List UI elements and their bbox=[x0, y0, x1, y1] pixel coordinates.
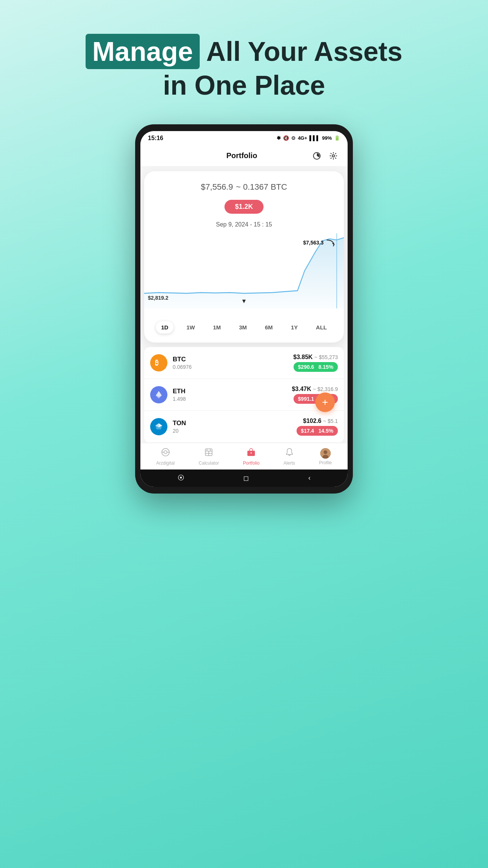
phone-outer: 15:16 ✱ 🔇 ⊙ 4G+ ▌▌▌ 99% 🔋 Portfolio bbox=[135, 124, 353, 494]
headline-highlight: Manage bbox=[86, 34, 200, 69]
signal-bars: ▌▌▌ bbox=[309, 135, 320, 141]
portfolio-label: Portfolio bbox=[243, 460, 259, 466]
time-btn-3m[interactable]: 3M bbox=[234, 321, 252, 334]
portfolio-date: Sep 9, 2024 - 15 : 15 bbox=[152, 221, 336, 228]
android-back[interactable]: ‹ bbox=[308, 474, 310, 482]
chart-area: $7,563.3 bbox=[144, 233, 344, 316]
profile-label: Profile bbox=[319, 460, 332, 465]
ton-info: TON 20 bbox=[173, 420, 291, 434]
portfolio-amount: $7,556.9 bbox=[201, 182, 233, 192]
bluetooth-icon: ✱ bbox=[277, 135, 281, 141]
fab-add-button[interactable]: + bbox=[315, 392, 335, 412]
time-btn-1m[interactable]: 1M bbox=[208, 321, 226, 334]
headline: Manage All Your Assets in One Place bbox=[86, 34, 402, 102]
navbar-title: Portfolio bbox=[172, 151, 312, 160]
svg-point-22 bbox=[324, 450, 327, 454]
calculator-icon bbox=[204, 448, 213, 459]
svg-point-10 bbox=[164, 451, 167, 454]
chart-icon[interactable] bbox=[312, 151, 322, 161]
android-menu[interactable]: ⦿ bbox=[178, 474, 184, 482]
fab-icon: + bbox=[322, 396, 328, 408]
asset-item-btc[interactable]: ₿ BTC 0.06976 $3.85K ~ $55,273 $290.6 8.… bbox=[144, 347, 344, 379]
arzdigital-label: Arzdigital bbox=[156, 460, 175, 466]
nav-portfolio[interactable]: Portfolio bbox=[243, 448, 259, 466]
headline-rest: All Your Assets bbox=[200, 36, 402, 66]
ton-values: $102.6 ~ $5.1 $17.4 14.5% bbox=[297, 418, 338, 436]
status-right: ✱ 🔇 ⊙ 4G+ ▌▌▌ 99% 🔋 bbox=[277, 135, 340, 141]
asset-item-eth[interactable]: ETH 1.498 $3.47K ~ $2,316.9 $991.1 22.2% bbox=[144, 379, 344, 411]
signal-text: 4G+ bbox=[298, 135, 307, 141]
bottom-nav: Arzdigital Calculator bbox=[140, 443, 348, 469]
portfolio-card: $7,556.9 ~ 0.1367 BTC $1.2K Sep 9, 2024 … bbox=[144, 171, 344, 343]
phone-screen: 15:16 ✱ 🔇 ⊙ 4G+ ▌▌▌ 99% 🔋 Portfolio bbox=[140, 131, 348, 487]
asset-item-ton[interactable]: TON 20 $102.6 ~ $5.1 $17.4 14.5% bbox=[144, 411, 344, 443]
svg-point-1 bbox=[332, 155, 334, 157]
ton-amount: 20 bbox=[173, 428, 291, 434]
time-selector: 1D 1W 1M 3M 6M 1Y ALL bbox=[152, 316, 336, 335]
alerts-label: Alerts bbox=[283, 460, 295, 466]
chart-tooltip: $7,563.3 bbox=[303, 237, 337, 248]
ton-name: TON bbox=[173, 420, 291, 427]
battery-icon: 🔋 bbox=[334, 135, 340, 141]
time-btn-6m[interactable]: 6M bbox=[260, 321, 278, 334]
portfolio-btc: ~ 0.1367 BTC bbox=[236, 182, 287, 192]
time-btn-1d[interactable]: 1D bbox=[156, 321, 173, 334]
time-btn-1y[interactable]: 1Y bbox=[286, 321, 303, 334]
status-bar: 15:16 ✱ 🔇 ⊙ 4G+ ▌▌▌ 99% 🔋 bbox=[140, 131, 348, 145]
eth-logo bbox=[150, 386, 167, 403]
phone-mockup: 15:16 ✱ 🔇 ⊙ 4G+ ▌▌▌ 99% 🔋 Portfolio bbox=[135, 124, 353, 494]
btc-change: $290.6 8.15% bbox=[294, 362, 338, 372]
nav-alerts[interactable]: Alerts bbox=[283, 448, 295, 466]
ton-price: $102.6 ~ $5.1 bbox=[297, 418, 338, 424]
battery-pct: 99% bbox=[322, 135, 332, 141]
eth-name: ETH bbox=[173, 388, 286, 395]
ton-logo bbox=[150, 418, 167, 435]
alerts-icon bbox=[285, 448, 294, 459]
eth-price: $3.47K ~ $2,316.9 bbox=[292, 386, 338, 392]
android-home[interactable]: ◻ bbox=[243, 474, 249, 482]
settings-icon[interactable] bbox=[328, 151, 339, 161]
portfolio-badge: $1.2K bbox=[224, 200, 264, 214]
status-time: 15:16 bbox=[148, 135, 163, 142]
nav-calculator[interactable]: Calculator bbox=[199, 448, 219, 466]
navbar-icons bbox=[312, 151, 339, 161]
arzdigital-icon bbox=[161, 448, 170, 459]
chart-caret: ▼ bbox=[241, 298, 247, 305]
chart-min-label: $2,819.2 bbox=[148, 295, 169, 301]
android-nav: ⦿ ◻ ‹ bbox=[140, 469, 348, 487]
asset-list: ₿ BTC 0.06976 $3.85K ~ $55,273 $290.6 8.… bbox=[144, 347, 344, 443]
nav-arzdigital[interactable]: Arzdigital bbox=[156, 448, 175, 466]
btc-amount: 0.06976 bbox=[173, 364, 288, 370]
headline-line2: in One Place bbox=[163, 70, 325, 100]
app-navbar: Portfolio bbox=[140, 145, 348, 167]
time-btn-1w[interactable]: 1W bbox=[181, 321, 200, 334]
nav-profile[interactable]: Profile bbox=[319, 448, 332, 465]
wifi-icon: ⊙ bbox=[291, 135, 295, 141]
time-btn-all[interactable]: ALL bbox=[311, 321, 332, 334]
profile-avatar bbox=[320, 448, 331, 459]
eth-amount: 1.498 bbox=[173, 396, 286, 402]
chart-max-value: $7,563.3 bbox=[303, 240, 324, 246]
btc-name: BTC bbox=[173, 356, 288, 363]
portfolio-value: $7,556.9 ~ 0.1367 BTC bbox=[152, 180, 336, 192]
btc-price: $3.85K ~ $55,273 bbox=[293, 354, 338, 361]
btc-logo: ₿ bbox=[150, 354, 167, 371]
calculator-label: Calculator bbox=[199, 460, 219, 466]
btc-values: $3.85K ~ $55,273 $290.6 8.15% bbox=[293, 354, 338, 372]
mute-icon: 🔇 bbox=[283, 135, 289, 141]
btc-info: BTC 0.06976 bbox=[173, 356, 288, 370]
eth-info: ETH 1.498 bbox=[173, 388, 286, 402]
svg-text:₿: ₿ bbox=[155, 359, 158, 367]
portfolio-icon bbox=[247, 448, 256, 459]
ton-change: $17.4 14.5% bbox=[297, 426, 338, 436]
